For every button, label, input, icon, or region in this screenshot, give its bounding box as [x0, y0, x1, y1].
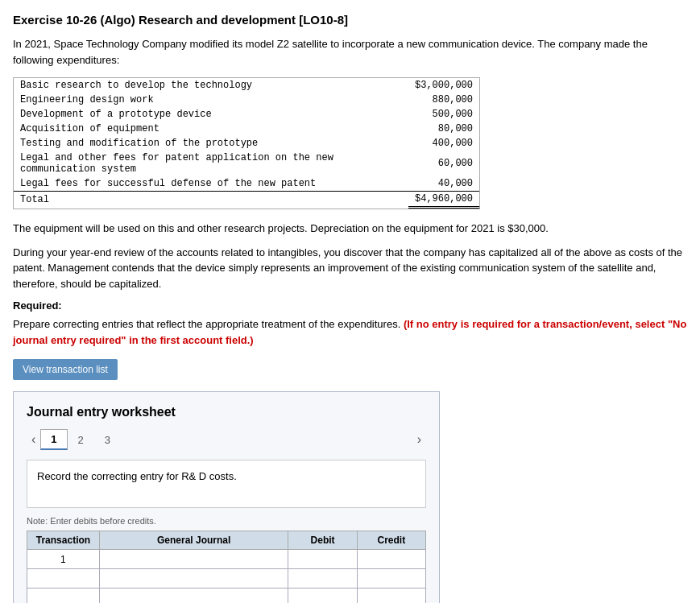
cell-general-journal[interactable]: [99, 589, 288, 604]
table-row: Testing and modification of the prototyp…: [14, 136, 479, 151]
table-row: [27, 569, 426, 589]
cell-debit[interactable]: [288, 589, 357, 604]
general-journal-input[interactable]: [103, 573, 285, 584]
tab-prev-arrow[interactable]: ‹: [27, 431, 40, 448]
tab-1[interactable]: 1: [40, 429, 67, 450]
instruction-static: Prepare correcting entries that reflect …: [13, 318, 400, 330]
journal-worksheet: Journal entry worksheet ‹ 1 2 3 › Record…: [13, 391, 440, 603]
tab-2[interactable]: 2: [68, 430, 94, 450]
table-row: 1: [27, 550, 426, 569]
cell-credit[interactable]: [357, 569, 425, 589]
required-label: Required:: [13, 299, 687, 312]
tab-next-arrow[interactable]: ›: [412, 431, 426, 448]
credit-input[interactable]: [361, 573, 422, 584]
table-row: [27, 589, 426, 604]
cell-transaction: [27, 589, 100, 604]
description2: During your year-end review of the accou…: [13, 245, 687, 292]
tab-navigation: ‹ 1 2 3 ›: [27, 429, 426, 450]
cell-debit[interactable]: [288, 550, 357, 569]
cell-general-journal[interactable]: [99, 569, 288, 589]
note-text: Note: Enter debits before credits.: [27, 516, 426, 526]
journal-table: Transaction General Journal Debit Credit…: [27, 531, 426, 603]
debit-input[interactable]: [292, 593, 353, 604]
description1: The equipment will be used on this and o…: [13, 221, 687, 237]
col-header-transaction: Transaction: [27, 531, 100, 550]
cell-credit[interactable]: [357, 550, 425, 569]
instruction-text: Prepare correcting entries that reflect …: [13, 316, 687, 348]
col-header-credit: Credit: [357, 531, 425, 550]
table-row: Engineering design work 880,000: [14, 93, 479, 107]
cell-debit[interactable]: [288, 569, 357, 589]
debit-input[interactable]: [292, 573, 353, 584]
page-title: Exercise 10-26 (Algo) Research and devel…: [13, 13, 687, 27]
table-row: Acquisition of equipment 80,000: [14, 122, 479, 136]
tab-3[interactable]: 3: [94, 430, 121, 450]
table-row: Total $4,960,000: [14, 192, 479, 208]
record-instruction-box: Record the correcting entry for R& D cos…: [27, 460, 426, 508]
table-row: Development of a prototype device 500,00…: [14, 107, 479, 122]
credit-input[interactable]: [361, 554, 422, 565]
debit-input[interactable]: [292, 554, 353, 565]
col-header-general-journal: General Journal: [99, 531, 288, 550]
view-transaction-button[interactable]: View transaction list: [13, 359, 118, 380]
general-journal-input[interactable]: [103, 554, 285, 565]
expenditures-table: Basic research to develop the technology…: [13, 77, 480, 209]
table-row: Legal fees for successful defense of the…: [14, 176, 479, 192]
credit-input[interactable]: [361, 593, 422, 604]
cell-general-journal[interactable]: [99, 550, 288, 569]
cell-credit[interactable]: [357, 589, 425, 604]
cell-transaction: 1: [27, 550, 100, 569]
table-row: Basic research to develop the technology…: [14, 78, 479, 93]
intro-text: In 2021, Space Technology Company modifi…: [13, 36, 687, 68]
record-instruction-text: Record the correcting entry for R& D cos…: [37, 470, 237, 482]
cell-transaction: [27, 569, 100, 589]
table-row: Legal and other fees for patent applicat…: [14, 151, 479, 176]
journal-title: Journal entry worksheet: [27, 405, 426, 419]
col-header-debit: Debit: [288, 531, 357, 550]
general-journal-input[interactable]: [103, 593, 285, 604]
